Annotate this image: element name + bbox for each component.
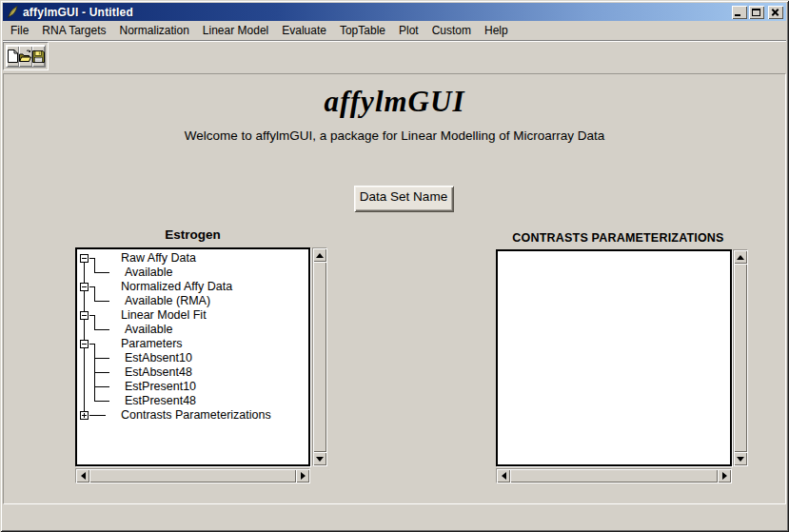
scrollbar-thumb[interactable] [734, 264, 747, 452]
tree-row[interactable]: Parameters [77, 337, 308, 351]
tree-row[interactable]: EstAbsent48 [77, 365, 308, 380]
menu-rna-targets[interactable]: RNA Targets [35, 22, 112, 39]
close-button[interactable] [768, 6, 783, 19]
scrollbar-thumb[interactable] [510, 469, 718, 483]
arrow-up-icon [737, 255, 744, 260]
arrow-right-icon [722, 472, 727, 480]
welcome-text: Welcome to affylmGUI, a package for Line… [0, 128, 789, 143]
app-window: affylmGUI - Untitled File RNA Targets No… [0, 0, 789, 532]
new-file-icon [8, 49, 18, 63]
left-panel-title: Estrogen [75, 227, 310, 242]
toolbar [3, 42, 49, 70]
open-file-icon [19, 49, 31, 63]
menu-evaluate[interactable]: Evaluate [275, 22, 333, 39]
maximize-button[interactable] [749, 6, 764, 19]
dataset-tree: Raw Affy Data Available Normalized Affy … [75, 247, 310, 466]
tree-item-label[interactable]: Contrasts Parameterizations [121, 408, 271, 423]
tree-item-label[interactable]: Raw Affy Data [121, 251, 196, 266]
tree-item-label[interactable]: EstPresent10 [125, 380, 196, 394]
arrow-right-icon [301, 472, 306, 480]
minimize-button[interactable] [732, 6, 747, 19]
tree-horizontal-scrollbar[interactable] [75, 468, 310, 483]
menu-linear-model[interactable]: Linear Model [196, 22, 275, 39]
tree-item-label[interactable]: Normalized Affy Data [121, 280, 232, 294]
tree-item-label[interactable]: EstAbsent48 [125, 365, 192, 380]
tk-feather-icon [6, 5, 20, 19]
tree-row[interactable]: EstPresent48 [77, 394, 308, 408]
tree-row[interactable]: Normalized Affy Data [77, 280, 308, 294]
tree-row[interactable]: Available (RMA) [77, 294, 308, 308]
arrow-down-icon [737, 457, 744, 462]
tree-row[interactable]: EstAbsent10 [77, 351, 308, 365]
scroll-up-button[interactable] [734, 250, 747, 264]
tree-item-label[interactable]: EstPresent48 [125, 394, 196, 408]
collapse-toggle-icon[interactable] [80, 311, 89, 320]
arrow-down-icon [316, 457, 324, 462]
scroll-down-button[interactable] [734, 452, 747, 465]
minimize-icon [735, 14, 740, 16]
arrow-up-icon [316, 253, 324, 258]
window-title: affylmGUI - Untitled [23, 6, 732, 19]
tree-row[interactable]: Linear Model Fit [77, 308, 308, 323]
scroll-right-button[interactable] [296, 469, 309, 483]
scroll-right-button[interactable] [718, 469, 731, 483]
toolbar-separator [3, 40, 786, 42]
tree-row[interactable]: Available [77, 323, 308, 337]
right-panel-title: CONTRASTS PARAMETERIZATIONS [496, 231, 740, 245]
menu-help[interactable]: Help [478, 22, 515, 39]
tree-item-label[interactable]: Parameters [121, 337, 183, 351]
menu-custom[interactable]: Custom [425, 22, 478, 39]
scrollbar-thumb[interactable] [89, 469, 296, 483]
scrollbar-thumb[interactable] [313, 262, 326, 452]
window-bottom-frame [3, 505, 786, 529]
menu-plot[interactable]: Plot [392, 22, 425, 39]
app-title: affylmGUI [0, 85, 789, 119]
tree-item-label[interactable]: EstAbsent10 [125, 351, 192, 365]
scroll-left-button[interactable] [76, 469, 89, 483]
tree-item-label[interactable]: Available (RMA) [125, 294, 210, 308]
tree-row[interactable]: Raw Affy Data [77, 251, 308, 266]
maximize-icon [752, 9, 760, 16]
contrasts-listbox[interactable] [496, 249, 732, 466]
tree-view: Raw Affy Data Available Normalized Affy … [77, 249, 308, 423]
scroll-left-button[interactable] [497, 469, 510, 483]
tree-row[interactable]: EstPresent10 [77, 380, 308, 394]
menu-toptable[interactable]: TopTable [333, 22, 392, 39]
contrasts-horizontal-scrollbar[interactable] [496, 468, 732, 483]
scroll-down-button[interactable] [313, 452, 326, 465]
collapse-toggle-icon[interactable] [80, 283, 89, 291]
new-file-button[interactable] [7, 46, 19, 67]
contrasts-vertical-scrollbar[interactable] [733, 249, 748, 466]
expand-toggle-icon[interactable] [80, 411, 89, 420]
tree-item-label[interactable]: Available [125, 323, 173, 337]
tree-item-label[interactable]: Linear Model Fit [121, 308, 207, 323]
title-bar[interactable]: affylmGUI - Untitled [3, 3, 786, 21]
scroll-up-button[interactable] [313, 248, 326, 262]
data-set-name-button[interactable]: Data Set Name [354, 186, 453, 211]
collapse-toggle-icon[interactable] [80, 254, 89, 263]
menu-bar: File RNA Targets Normalization Linear Mo… [3, 21, 786, 39]
save-file-button[interactable] [32, 46, 45, 67]
arrow-left-icon [502, 472, 506, 480]
collapse-toggle-icon[interactable] [80, 340, 89, 348]
menu-file[interactable]: File [4, 22, 35, 39]
menu-normalization[interactable]: Normalization [113, 22, 196, 39]
tree-vertical-scrollbar[interactable] [312, 247, 327, 466]
tree-item-label[interactable]: Available [125, 266, 173, 280]
tree-row[interactable]: Available [77, 266, 308, 280]
tree-row[interactable]: Contrasts Parameterizations [77, 408, 308, 423]
save-file-icon [32, 50, 45, 63]
open-file-button[interactable] [19, 46, 31, 67]
arrow-left-icon [81, 472, 86, 480]
